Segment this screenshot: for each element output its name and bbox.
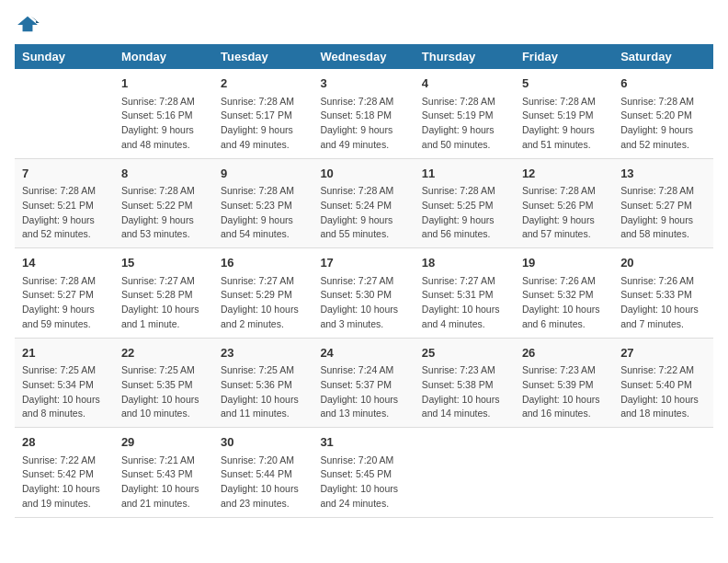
day-info: Sunrise: 7:27 AMSunset: 5:28 PMDaylight:… bbox=[121, 274, 206, 332]
day-number: 8 bbox=[121, 165, 206, 183]
day-number: 18 bbox=[422, 254, 507, 272]
day-info: Sunrise: 7:22 AMSunset: 5:40 PMDaylight:… bbox=[620, 363, 706, 421]
sunset-text: Sunset: 5:17 PM bbox=[221, 109, 305, 123]
day-number: 24 bbox=[320, 344, 406, 362]
weekday-header-cell: Thursday bbox=[415, 44, 515, 69]
sunrise-text: Sunrise: 7:28 AM bbox=[620, 184, 706, 199]
day-number: 15 bbox=[121, 254, 206, 272]
sunset-text: Sunset: 5:16 PM bbox=[121, 109, 206, 123]
daylight-text: Daylight: 10 hours and 23 minutes. bbox=[221, 482, 305, 511]
weekday-header-cell: Saturday bbox=[613, 44, 713, 69]
weekday-header-cell: Wednesday bbox=[313, 44, 414, 69]
sunrise-text: Sunrise: 7:26 AM bbox=[522, 274, 606, 289]
day-info: Sunrise: 7:24 AMSunset: 5:37 PMDaylight:… bbox=[320, 363, 406, 421]
sunrise-text: Sunrise: 7:22 AM bbox=[22, 454, 107, 468]
sunrise-text: Sunrise: 7:21 AM bbox=[121, 454, 206, 468]
calendar-table: SundayMondayTuesdayWednesdayThursdayFrid… bbox=[15, 44, 713, 518]
calendar-cell: 20Sunrise: 7:26 AMSunset: 5:33 PMDayligh… bbox=[613, 248, 713, 339]
calendar-cell: 17Sunrise: 7:27 AMSunset: 5:30 PMDayligh… bbox=[313, 248, 414, 339]
sunrise-text: Sunrise: 7:25 AM bbox=[221, 363, 305, 378]
sunrise-text: Sunrise: 7:28 AM bbox=[422, 184, 507, 199]
day-number: 30 bbox=[221, 433, 305, 452]
sunrise-text: Sunrise: 7:28 AM bbox=[422, 95, 507, 109]
sunrise-text: Sunrise: 7:28 AM bbox=[522, 95, 606, 109]
sunrise-text: Sunrise: 7:28 AM bbox=[22, 184, 107, 199]
day-info: Sunrise: 7:21 AMSunset: 5:43 PMDaylight:… bbox=[121, 454, 206, 511]
day-info: Sunrise: 7:28 AMSunset: 5:19 PMDaylight:… bbox=[522, 95, 606, 153]
sunrise-text: Sunrise: 7:27 AM bbox=[422, 274, 507, 289]
sunset-text: Sunset: 5:39 PM bbox=[522, 378, 606, 393]
day-info: Sunrise: 7:25 AMSunset: 5:36 PMDaylight:… bbox=[221, 363, 305, 421]
sunrise-text: Sunrise: 7:28 AM bbox=[320, 95, 406, 109]
day-number: 2 bbox=[221, 75, 305, 93]
calendar-cell: 31Sunrise: 7:20 AMSunset: 5:45 PMDayligh… bbox=[313, 428, 414, 518]
day-number: 13 bbox=[620, 165, 706, 183]
daylight-text: Daylight: 9 hours and 54 minutes. bbox=[221, 213, 305, 243]
day-info: Sunrise: 7:27 AMSunset: 5:31 PMDaylight:… bbox=[422, 274, 507, 332]
day-info: Sunrise: 7:22 AMSunset: 5:42 PMDaylight:… bbox=[22, 454, 107, 511]
day-info: Sunrise: 7:28 AMSunset: 5:26 PMDaylight:… bbox=[522, 184, 606, 242]
daylight-text: Daylight: 10 hours and 19 minutes. bbox=[22, 482, 107, 511]
calendar-cell: 26Sunrise: 7:23 AMSunset: 5:39 PMDayligh… bbox=[515, 338, 613, 428]
sunset-text: Sunset: 5:29 PM bbox=[221, 288, 305, 303]
day-number: 12 bbox=[522, 165, 606, 183]
day-number: 5 bbox=[522, 75, 606, 93]
daylight-text: Daylight: 10 hours and 8 minutes. bbox=[22, 393, 107, 422]
daylight-text: Daylight: 10 hours and 13 minutes. bbox=[320, 393, 406, 422]
day-info: Sunrise: 7:25 AMSunset: 5:34 PMDaylight:… bbox=[22, 363, 107, 421]
daylight-text: Daylight: 10 hours and 14 minutes. bbox=[422, 393, 507, 422]
day-info: Sunrise: 7:28 AMSunset: 5:22 PMDaylight:… bbox=[121, 184, 206, 242]
sunset-text: Sunset: 5:23 PM bbox=[221, 199, 305, 213]
sunrise-text: Sunrise: 7:23 AM bbox=[522, 363, 606, 378]
sunrise-text: Sunrise: 7:27 AM bbox=[121, 274, 206, 289]
calendar-cell: 5Sunrise: 7:28 AMSunset: 5:19 PMDaylight… bbox=[515, 69, 613, 158]
calendar-cell: 11Sunrise: 7:28 AMSunset: 5:25 PMDayligh… bbox=[415, 158, 515, 248]
sunset-text: Sunset: 5:26 PM bbox=[522, 199, 606, 213]
sunrise-text: Sunrise: 7:26 AM bbox=[620, 274, 706, 289]
sunrise-text: Sunrise: 7:20 AM bbox=[221, 454, 305, 468]
calendar-cell: 13Sunrise: 7:28 AMSunset: 5:27 PMDayligh… bbox=[613, 158, 713, 248]
day-number: 21 bbox=[22, 344, 107, 362]
day-number: 27 bbox=[620, 344, 706, 362]
day-info: Sunrise: 7:26 AMSunset: 5:32 PMDaylight:… bbox=[522, 274, 606, 332]
day-number: 22 bbox=[121, 344, 206, 362]
weekday-header-row: SundayMondayTuesdayWednesdayThursdayFrid… bbox=[15, 44, 713, 69]
day-info: Sunrise: 7:28 AMSunset: 5:17 PMDaylight:… bbox=[221, 95, 305, 153]
day-info: Sunrise: 7:25 AMSunset: 5:35 PMDaylight:… bbox=[121, 363, 206, 421]
day-number: 10 bbox=[320, 165, 406, 183]
sunrise-text: Sunrise: 7:28 AM bbox=[620, 95, 706, 109]
day-number: 23 bbox=[221, 344, 305, 362]
calendar-body: 1Sunrise: 7:28 AMSunset: 5:16 PMDaylight… bbox=[15, 69, 713, 517]
sunset-text: Sunset: 5:24 PM bbox=[320, 199, 406, 213]
weekday-header-cell: Friday bbox=[515, 44, 613, 69]
sunset-text: Sunset: 5:35 PM bbox=[121, 378, 206, 393]
sunrise-text: Sunrise: 7:28 AM bbox=[221, 95, 305, 109]
calendar-cell: 4Sunrise: 7:28 AMSunset: 5:19 PMDaylight… bbox=[415, 69, 515, 158]
svg-marker-0 bbox=[17, 17, 38, 31]
calendar-cell: 8Sunrise: 7:28 AMSunset: 5:22 PMDaylight… bbox=[114, 158, 213, 248]
calendar-cell: 21Sunrise: 7:25 AMSunset: 5:34 PMDayligh… bbox=[15, 338, 114, 428]
day-number: 1 bbox=[121, 75, 206, 93]
sunrise-text: Sunrise: 7:22 AM bbox=[620, 363, 706, 378]
sunrise-text: Sunrise: 7:28 AM bbox=[121, 184, 206, 199]
daylight-text: Daylight: 9 hours and 58 minutes. bbox=[620, 213, 706, 243]
sunset-text: Sunset: 5:21 PM bbox=[22, 199, 107, 213]
sunset-text: Sunset: 5:37 PM bbox=[320, 378, 406, 393]
sunset-text: Sunset: 5:38 PM bbox=[422, 378, 507, 393]
daylight-text: Daylight: 10 hours and 16 minutes. bbox=[522, 393, 606, 422]
sunrise-text: Sunrise: 7:24 AM bbox=[320, 363, 406, 378]
sunrise-text: Sunrise: 7:27 AM bbox=[320, 274, 406, 289]
daylight-text: Daylight: 10 hours and 11 minutes. bbox=[221, 393, 305, 422]
day-number: 7 bbox=[22, 165, 107, 183]
daylight-text: Daylight: 9 hours and 53 minutes. bbox=[121, 213, 206, 243]
day-number: 29 bbox=[121, 433, 206, 452]
calendar-cell: 29Sunrise: 7:21 AMSunset: 5:43 PMDayligh… bbox=[114, 428, 213, 518]
sunset-text: Sunset: 5:40 PM bbox=[620, 378, 706, 393]
sunset-text: Sunset: 5:27 PM bbox=[620, 199, 706, 213]
sunset-text: Sunset: 5:43 PM bbox=[121, 467, 206, 482]
daylight-text: Daylight: 10 hours and 10 minutes. bbox=[121, 393, 206, 422]
sunset-text: Sunset: 5:19 PM bbox=[522, 109, 606, 123]
calendar-cell: 3Sunrise: 7:28 AMSunset: 5:18 PMDaylight… bbox=[313, 69, 414, 158]
day-info: Sunrise: 7:28 AMSunset: 5:21 PMDaylight:… bbox=[22, 184, 107, 242]
sunset-text: Sunset: 5:25 PM bbox=[422, 199, 507, 213]
